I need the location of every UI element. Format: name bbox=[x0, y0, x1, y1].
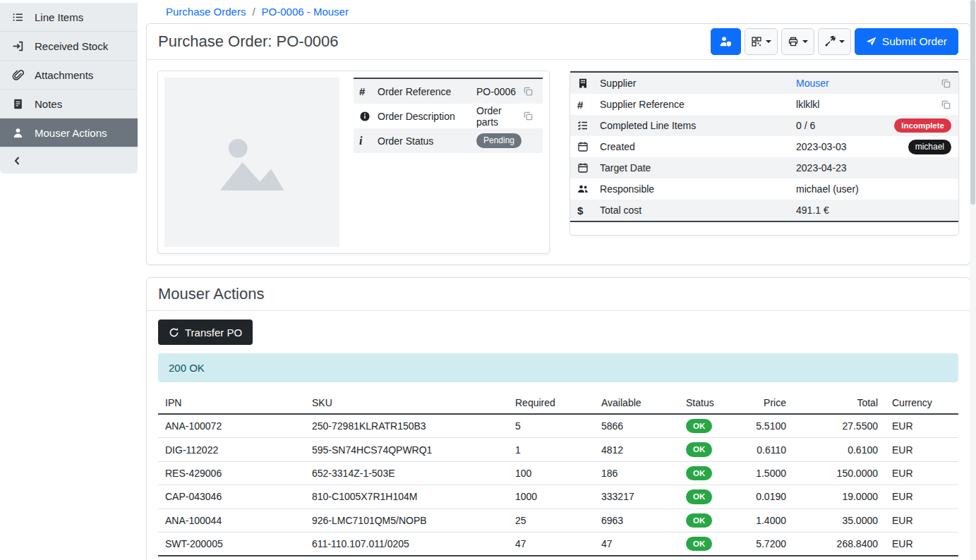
cell-status: OK bbox=[679, 532, 742, 556]
user-shield-icon bbox=[719, 35, 732, 48]
user-icon bbox=[12, 127, 24, 139]
paper-plane-icon bbox=[866, 37, 876, 47]
caret-down-icon bbox=[766, 40, 771, 43]
cell-currency: EUR bbox=[885, 461, 958, 485]
page-header: Purchase Order: PO-0006 bbox=[147, 24, 970, 60]
cell-status: OK bbox=[679, 461, 742, 485]
cell-total: 35.0000 bbox=[793, 509, 885, 532]
breadcrumb-current-order[interactable]: PO-0006 - Mouser bbox=[262, 6, 349, 18]
sign-in-icon bbox=[12, 40, 24, 52]
column-header: Price bbox=[742, 392, 793, 414]
cell-price: 0.0190 bbox=[742, 485, 793, 509]
copy-icon[interactable] bbox=[941, 78, 951, 89]
caret-down-icon bbox=[839, 40, 845, 43]
mouser-panel-title: Mouser Actions bbox=[158, 285, 958, 303]
parts-row: RES-429006 652-3314Z-1-503E 100 186 OK 1… bbox=[158, 461, 958, 485]
sidebar: Line Items Received Stock Attachments No… bbox=[0, 0, 138, 560]
cell-sku: 810-C1005X7R1H104M bbox=[305, 485, 508, 509]
supplier-link[interactable]: Mouser bbox=[796, 78, 941, 89]
barcode-actions-button[interactable] bbox=[745, 28, 778, 55]
cell-sku: 926-LMC7101QM5/NOPB bbox=[305, 509, 508, 532]
sidebar-item-notes[interactable]: Notes bbox=[0, 90, 138, 118]
cell-ipn: ANA-100072 bbox=[158, 414, 305, 438]
sidebar-collapse-button[interactable] bbox=[0, 147, 138, 174]
cell-sku: 250-72981KLRATR150B3 bbox=[305, 414, 508, 438]
detail-row-supplier: Supplier Mouser bbox=[570, 73, 958, 94]
user-badge: michael bbox=[908, 140, 951, 154]
users-icon bbox=[577, 183, 589, 195]
copy-icon[interactable] bbox=[941, 99, 951, 110]
cell-total: 19.0000 bbox=[793, 485, 885, 509]
admin-user-button[interactable] bbox=[711, 28, 741, 55]
cell-total: 27.5500 bbox=[793, 414, 885, 438]
cell-available: 6963 bbox=[594, 509, 679, 532]
ok-badge: OK bbox=[686, 442, 712, 456]
image-placeholder-icon bbox=[207, 117, 297, 207]
status-badge-pending: Pending bbox=[476, 133, 522, 148]
response-alert-text: 200 OK bbox=[169, 362, 205, 374]
parts-table-body: ANA-100072 250-72981KLRATR150B3 5 5866 O… bbox=[158, 414, 958, 556]
detail-label: Target Date bbox=[600, 162, 796, 174]
column-header: Available bbox=[594, 392, 679, 414]
ok-badge: OK bbox=[686, 489, 712, 504]
sidebar-item-line-items[interactable]: Line Items bbox=[0, 3, 138, 32]
printer-icon bbox=[788, 36, 799, 47]
detail-value: michael (user) bbox=[796, 183, 951, 195]
parts-total-row: Total 501.0000 bbox=[158, 556, 958, 560]
sidebar-item-received-stock[interactable]: Received Stock bbox=[0, 32, 138, 61]
column-header: Required bbox=[508, 392, 594, 414]
cell-ipn: CAP-043046 bbox=[158, 485, 305, 509]
detail-row-order-status: i Order Status Pending bbox=[354, 128, 543, 153]
cell-status: OK bbox=[679, 438, 742, 461]
cell-ipn: ANA-100044 bbox=[158, 509, 305, 532]
cell-status: OK bbox=[679, 414, 742, 438]
detail-row-responsible: Responsible michael (user) bbox=[570, 178, 958, 200]
caret-down-icon bbox=[802, 40, 808, 43]
copy-icon[interactable] bbox=[523, 86, 534, 97]
order-details-section: # Order Reference PO-0006 Order Descri bbox=[147, 60, 970, 264]
cell-currency: EUR bbox=[885, 438, 958, 461]
total-label: Total bbox=[158, 556, 305, 560]
detail-label: Supplier bbox=[600, 78, 796, 89]
column-header: Total bbox=[793, 392, 885, 414]
transfer-po-button[interactable]: Transfer PO bbox=[158, 319, 253, 345]
breadcrumb-purchase-orders[interactable]: Purchase Orders bbox=[166, 6, 246, 18]
order-details-card: # Order Reference PO-0006 Order Descri bbox=[157, 71, 550, 254]
clipboard-icon bbox=[12, 98, 24, 110]
submit-order-button[interactable]: Submit Order bbox=[855, 28, 958, 55]
scrollbar[interactable] bbox=[970, 0, 976, 560]
cell-price: 0.6110 bbox=[742, 438, 793, 461]
detail-label: Order Status bbox=[378, 135, 476, 147]
header-actions: Submit Order bbox=[711, 28, 958, 55]
copy-icon[interactable] bbox=[523, 111, 534, 121]
detail-row-total-cost: $ Total cost 491.1 € bbox=[570, 200, 958, 221]
tools-icon bbox=[824, 36, 836, 47]
chevron-left-icon bbox=[12, 155, 23, 166]
cell-required: 25 bbox=[508, 509, 594, 532]
detail-row-order-description: Order Description Order parts bbox=[354, 104, 543, 128]
parts-table-head: IPNSKURequiredAvailableStatusPriceTotalC… bbox=[158, 392, 958, 414]
hash-icon: # bbox=[577, 99, 600, 111]
order-actions-button[interactable] bbox=[818, 28, 851, 55]
sidebar-item-attachments[interactable]: Attachments bbox=[0, 61, 138, 90]
cell-ipn: RES-429006 bbox=[158, 461, 305, 485]
calendar-icon bbox=[577, 141, 589, 152]
cell-status: OK bbox=[679, 485, 742, 509]
detail-value: 2023-04-23 bbox=[796, 162, 951, 174]
sidebar-item-mouser-actions[interactable]: Mouser Actions bbox=[0, 118, 138, 147]
print-actions-button[interactable] bbox=[781, 28, 814, 55]
column-header: Currency bbox=[885, 392, 958, 414]
mouser-actions-panel: Mouser Actions Transfer PO 200 OK bbox=[146, 277, 970, 560]
app-root: Line Items Received Stock Attachments No… bbox=[0, 0, 976, 560]
scrollbar-thumb[interactable] bbox=[970, 0, 975, 205]
cell-ipn: DIG-112022 bbox=[158, 438, 305, 461]
parts-table-foot: Total 501.0000 bbox=[158, 556, 958, 560]
cell-currency: EUR bbox=[885, 485, 958, 509]
order-image-placeholder[interactable] bbox=[164, 78, 339, 247]
detail-row-order-reference: # Order Reference PO-0006 bbox=[354, 79, 543, 104]
cell-currency: EUR bbox=[885, 414, 958, 438]
mouser-panel-body: Transfer PO 200 OK IPNSKURequiredAvailab… bbox=[147, 311, 970, 560]
ok-badge: OK bbox=[686, 466, 712, 480]
detail-value: PO-0006 bbox=[476, 86, 523, 97]
cell-required: 47 bbox=[508, 532, 594, 556]
